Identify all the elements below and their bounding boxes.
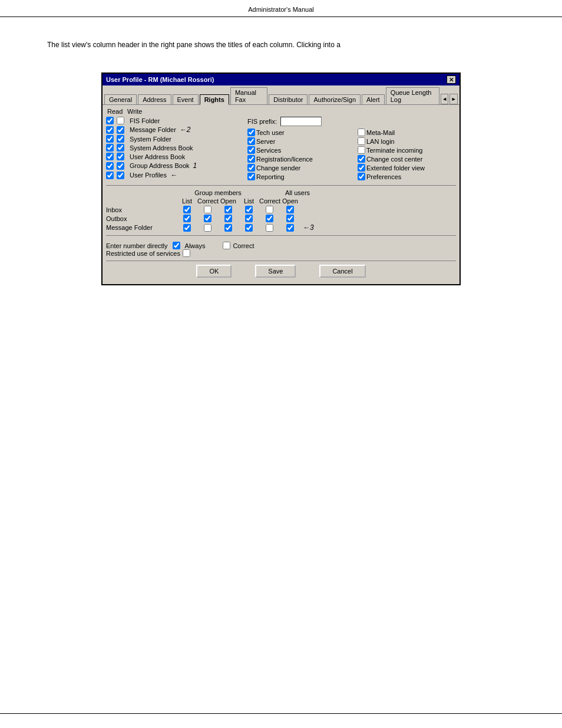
tab-authorizesign[interactable]: Authorize/Sign [309, 94, 361, 104]
write-label: Write [127, 108, 142, 115]
write-user-profiles[interactable] [117, 172, 124, 179]
right-col1: Tech user Server Services Registration/l… [247, 129, 346, 182]
cb-server[interactable] [247, 137, 255, 145]
cb-tech-user[interactable] [247, 129, 255, 136]
cb-terminate-incoming[interactable] [358, 146, 365, 154]
right-panel: FIS prefix: Tech user Server Services Re… [247, 117, 456, 182]
perm-section-headers: Group members All users [106, 189, 456, 196]
cb-outbox-au-correct[interactable] [266, 215, 273, 222]
top-section: FIS Folder Message Folder ←2 [106, 117, 456, 182]
dialog-footer: OK Save Cancel [106, 261, 456, 281]
write-system-folder[interactable] [117, 135, 124, 143]
write-system-address-book[interactable] [117, 144, 124, 151]
enter-number-row: Enter number directly Always [106, 242, 205, 249]
write-fis-folder[interactable] [117, 117, 124, 124]
cancel-button[interactable]: Cancel [319, 265, 365, 278]
cb-services[interactable] [247, 146, 255, 154]
write-message-folder[interactable] [117, 126, 124, 134]
cb-change-sender[interactable] [247, 164, 255, 172]
close-button[interactable]: ✕ [447, 75, 456, 84]
services-label: Services [256, 147, 281, 154]
header-title: Administrator's Manual [248, 6, 314, 13]
cb-inbox-au-list[interactable] [245, 206, 253, 213]
cb-lan-login[interactable] [358, 137, 365, 145]
cb-outbox-gm-correct[interactable] [204, 215, 211, 222]
tab-alert[interactable]: Alert [362, 94, 385, 104]
col-au-open: Open [280, 197, 300, 205]
tab-nav-next[interactable]: ► [449, 94, 458, 104]
tab-event[interactable]: Event [173, 94, 199, 104]
right-col2: Meta-Mail LAN login Terminate incoming C… [358, 129, 456, 182]
write-user-address-book[interactable] [117, 153, 124, 160]
fis-prefix-input[interactable] [280, 117, 322, 126]
divider [106, 185, 456, 186]
read-user-profiles[interactable] [106, 172, 114, 179]
cb-mf-au-list[interactable] [245, 224, 253, 232]
group-address-book-label: Group Address Book [130, 162, 190, 169]
tab-queuelengthlog[interactable]: Queue Length Log [386, 87, 439, 104]
annotation-1b: ← [170, 171, 177, 179]
cb-extented-folder-view[interactable] [358, 164, 365, 172]
cb-preferences[interactable] [358, 173, 365, 180]
cb-outbox-gm-list[interactable] [183, 215, 191, 222]
tab-rights[interactable]: Rights [200, 94, 229, 105]
read-system-folder[interactable] [106, 135, 114, 143]
cb-inbox-au-open[interactable] [286, 206, 294, 213]
cb-inbox-gm-list[interactable] [183, 206, 191, 213]
cb-mf-gm-list[interactable] [183, 224, 191, 232]
fis-prefix-row: FIS prefix: [247, 117, 456, 126]
rw-labels: Read Write [106, 108, 456, 115]
dialog-container: User Profile - RM (Michael Rossori) ✕ Ge… [47, 73, 515, 285]
intro-paragraph: The list view's column header in the rig… [47, 41, 515, 49]
dialog-body: Read Write FIS Folder [103, 105, 459, 284]
cb-outbox-gm-open[interactable] [224, 215, 232, 222]
group-members-header: Group members [177, 189, 259, 196]
enter-number-label: Enter number directly [106, 242, 168, 249]
cb-outbox-au-open[interactable] [286, 215, 294, 222]
message-folder-label: Message Folder [130, 126, 176, 133]
cb-always[interactable] [173, 242, 180, 249]
cb-mf-gm-open[interactable] [224, 224, 232, 232]
correct-label: Correct [233, 242, 254, 249]
main-content: The list view's column header in the rig… [0, 23, 562, 327]
cb-meta-mail[interactable] [358, 129, 365, 136]
ok-button[interactable]: OK [196, 265, 232, 278]
cb-mf-au-open[interactable] [286, 224, 294, 232]
dialog-title: User Profile - RM (Michael Rossori) [106, 76, 214, 83]
restricted-row: Restricted use of services [106, 249, 205, 257]
col-gm-list: List [177, 197, 197, 205]
cb-mf-au-correct[interactable] [266, 224, 273, 232]
read-message-folder[interactable] [106, 126, 114, 134]
left-panel: FIS Folder Message Folder ←2 [106, 117, 247, 182]
perm-col-headers: List Correct Open List Correct Open [106, 197, 456, 205]
fis-folder-row: FIS Folder [106, 117, 247, 124]
dialog-titlebar: User Profile - RM (Michael Rossori) ✕ [103, 74, 459, 85]
correct-section: Correct [223, 242, 254, 249]
cb-outbox-au-list[interactable] [245, 215, 253, 222]
cb-change-cost-center[interactable] [358, 155, 365, 163]
all-users-header: All users [259, 189, 336, 196]
write-group-address-book[interactable] [117, 162, 124, 170]
cb-reporting[interactable] [247, 173, 255, 180]
user-profile-dialog: User Profile - RM (Michael Rossori) ✕ Ge… [101, 73, 461, 285]
tab-distributor[interactable]: Distributor [269, 94, 308, 104]
cb-inbox-gm-open[interactable] [224, 206, 232, 213]
save-button[interactable]: Save [255, 265, 296, 278]
tab-nav-prev[interactable]: ◄ [441, 94, 449, 104]
read-system-address-book[interactable] [106, 144, 114, 151]
tab-general[interactable]: General [104, 94, 137, 104]
cb-restricted[interactable] [183, 249, 190, 257]
enter-number-section: Enter number directly Always Restricted … [106, 239, 205, 257]
cb-mf-gm-correct[interactable] [204, 224, 211, 232]
read-fis-folder[interactable] [106, 117, 114, 124]
cb-inbox-au-correct[interactable] [266, 206, 273, 213]
read-user-address-book[interactable] [106, 153, 114, 160]
cb-correct[interactable] [223, 242, 230, 249]
permissions-table: Group members All users List Correct Ope… [106, 189, 456, 232]
annotation-3: ←3 [303, 223, 314, 232]
read-group-address-book[interactable] [106, 162, 114, 170]
tab-address[interactable]: Address [138, 94, 171, 104]
cb-registration[interactable] [247, 155, 255, 163]
tab-manualfax[interactable]: Manual Fax [230, 87, 267, 104]
cb-inbox-gm-correct[interactable] [204, 206, 211, 213]
